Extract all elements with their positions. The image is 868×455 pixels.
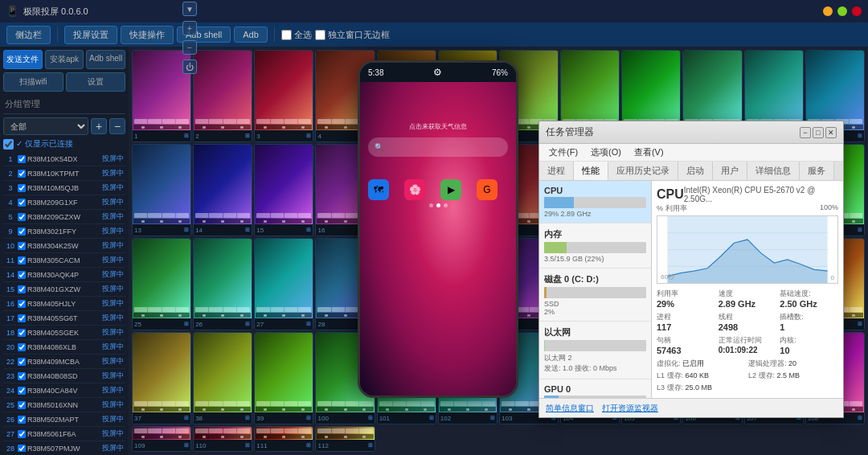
device-list-item[interactable]: 9 R38M3021FFY 投屏中 — [3, 224, 125, 239]
device-list-item[interactable]: 11 R38M305CACM 投屏中 — [3, 253, 125, 268]
adb-button[interactable]: Adb — [234, 27, 268, 43]
app-icon-play[interactable]: ▶ — [440, 179, 461, 200]
sidebar-toggle-button[interactable]: 侧边栏 — [6, 26, 51, 44]
phone-grid-cell[interactable]: 112 ⊞ — [315, 426, 375, 452]
phone-screen[interactable]: 点击来获取天气信息 🔍 🗺 🌸 ▶ G — [360, 82, 516, 396]
tm-tab-performance[interactable]: 性能 — [574, 162, 608, 180]
app-icon-red[interactable]: 🌸 — [404, 179, 425, 200]
device-checkbox[interactable] — [18, 358, 26, 366]
device-checkbox[interactable] — [18, 256, 26, 264]
device-checkbox[interactable] — [18, 271, 26, 279]
device-list-item[interactable]: 4 R38M209G1XF 投屏中 — [3, 195, 125, 210]
phone-grid-cell[interactable]: 38 ⊞ — [193, 332, 252, 424]
tm-tab-services[interactable]: 服务 — [800, 162, 834, 180]
phone-grid-cell[interactable]: 37 ⊞ — [132, 332, 191, 424]
phone-grid-cell[interactable]: 13 ⊞ — [132, 144, 191, 236]
tm-resource-memory[interactable]: 内存 3.5/15.9 GB (22%) — [539, 223, 651, 268]
phone-grid-cell[interactable]: 111 ⊞ — [254, 426, 313, 452]
phone-grid-cell[interactable]: 110 ⊞ — [193, 426, 252, 452]
phone-grid-cell[interactable]: 14 ⊞ — [193, 144, 252, 236]
tm-file-menu[interactable]: 文件(F) — [544, 145, 583, 160]
tm-resource-gpu[interactable]: GPU 0 NVIDIA GeForce...14% (58 °C) — [539, 379, 651, 398]
tm-close-button[interactable]: ✕ — [825, 127, 837, 138]
tm-minimize-button[interactable]: − — [800, 127, 811, 138]
tm-simple-info-link[interactable]: 简单信息窗口 — [546, 403, 594, 414]
phone-grid-cell[interactable]: 2 ⊞ — [193, 50, 252, 142]
close-button[interactable] — [852, 6, 862, 16]
select-all-checkbox[interactable]: 全选 — [281, 29, 312, 41]
device-list-item[interactable]: 23 R38M40B08SD 投屏中 — [3, 369, 125, 383]
settings-button[interactable]: 设置 — [66, 72, 126, 92]
minimize-button[interactable] — [823, 6, 833, 16]
device-checkbox[interactable] — [18, 445, 26, 453]
phone-modal[interactable]: ✕ 5:38 ⚙ 76% 点击来获取天气信息 🔍 🗺 — [358, 60, 518, 398]
phone-ctrl-vol-down[interactable]: − — [182, 40, 197, 55]
device-checkbox[interactable] — [18, 401, 26, 409]
phone-searchbar[interactable]: 🔍 — [368, 137, 508, 157]
device-checkbox[interactable] — [18, 228, 26, 236]
tm-resource-cpu[interactable]: CPU 29% 2.89 GHz — [539, 181, 651, 223]
device-checkbox[interactable] — [18, 213, 26, 221]
quick-action-button[interactable]: 快捷操作 — [121, 26, 174, 44]
device-checkbox[interactable] — [18, 155, 26, 163]
device-list-item[interactable]: 1 R38M10K54DX 投屏中 — [3, 152, 125, 166]
device-checkbox[interactable] — [18, 184, 26, 192]
phone-weather-widget[interactable]: 点击来获取天气信息 — [368, 122, 508, 131]
add-group-button[interactable]: + — [91, 118, 107, 134]
device-list-item[interactable]: 10 R38M304K25W 投屏中 — [3, 239, 125, 253]
device-list-item[interactable]: 27 R38M5061F6A 投屏中 — [3, 427, 125, 441]
tm-tab-process[interactable]: 进程 — [539, 162, 574, 180]
tm-options-menu[interactable]: 选项(O) — [586, 145, 626, 160]
device-list-item[interactable]: 3 R38M10M5QJB 投屏中 — [3, 181, 125, 195]
device-list-item[interactable]: 25 R38M5016XNN 投屏中 — [3, 398, 125, 412]
tm-tab-startup[interactable]: 启动 — [678, 162, 713, 180]
device-list-item[interactable]: 5 R38M209GZXW 投屏中 — [3, 210, 125, 224]
tm-resource-ethernet[interactable]: 以太网 以太网 2发送: 1.0 接收: 0 Mbps — [539, 322, 651, 379]
app-icon-google[interactable]: G — [477, 179, 497, 200]
device-checkbox[interactable] — [18, 416, 26, 424]
device-checkbox[interactable] — [18, 314, 26, 322]
phone-grid-cell[interactable]: 15 ⊞ — [254, 144, 313, 236]
device-list-item[interactable]: 17 R38M405SG6T 投屏中 — [3, 311, 125, 326]
device-checkbox[interactable] — [18, 170, 26, 178]
device-checkbox[interactable] — [18, 285, 26, 293]
device-checkbox[interactable] — [18, 372, 26, 380]
device-list-item[interactable]: 26 R38M502MAPT 投屏中 — [3, 412, 125, 427]
phone-grid-cell[interactable]: 109 ⊞ — [132, 426, 191, 452]
device-list-item[interactable]: 16 R38M405HJLY 投屏中 — [3, 297, 125, 311]
phone-grid-cell[interactable]: 39 ⊞ — [254, 332, 313, 424]
phone-grid-cell[interactable]: 25 ⊞ — [132, 238, 191, 330]
tm-maximize-button[interactable]: □ — [813, 127, 824, 138]
phone-ctrl-power[interactable]: ⏻ — [182, 59, 197, 74]
device-list-item[interactable]: 22 R38M409MCBA 投屏中 — [3, 355, 125, 369]
device-checkbox[interactable] — [18, 387, 26, 395]
tm-resource-disk[interactable]: 磁盘 0 (C: D:) SSD2% — [539, 268, 651, 322]
borderless-checkbox[interactable]: 独立窗口无边框 — [315, 29, 390, 41]
tm-view-menu[interactable]: 查看(V) — [629, 145, 669, 160]
device-list-item[interactable]: 14 R38M30AQK4P 投屏中 — [3, 268, 125, 282]
device-list-item[interactable]: 24 R38M40CA84V 投屏中 — [3, 383, 125, 398]
device-checkbox[interactable] — [18, 242, 26, 250]
maximize-button[interactable] — [837, 6, 847, 16]
tm-resource-monitor-link[interactable]: 打开资源监视器 — [602, 403, 658, 414]
device-list-item[interactable]: 2 R38M10KTPMT 投屏中 — [3, 166, 125, 181]
device-checkbox[interactable] — [18, 430, 26, 438]
remove-group-button[interactable]: − — [109, 118, 125, 134]
device-list-item[interactable]: 28 R38M507PMJW 投屏中 — [3, 441, 125, 452]
screen-settings-button[interactable]: 投屏设置 — [64, 26, 117, 44]
device-list-item[interactable]: 20 R38M4086XLB 投屏中 — [3, 340, 125, 355]
scan-wifi-button[interactable]: 扫描wifi — [3, 72, 63, 92]
phone-ctrl-down[interactable]: ▼ — [182, 2, 197, 16]
device-list-item[interactable]: 15 R38M401GXZW 投屏中 — [3, 282, 125, 297]
send-file-button[interactable]: 发送文件 — [3, 50, 43, 69]
phone-grid-cell[interactable]: 26 ⊞ — [193, 238, 252, 330]
device-checkbox[interactable] — [18, 329, 26, 337]
install-apk-button[interactable]: 安装apk — [45, 50, 84, 69]
device-list-item[interactable]: 18 R38M405SGEK 投屏中 — [3, 326, 125, 340]
phone-grid-cell[interactable]: 3 ⊞ — [254, 50, 313, 142]
device-checkbox[interactable] — [18, 343, 26, 351]
sidebar-adb-shell-button[interactable]: Adb shell — [86, 50, 125, 69]
tm-tab-users[interactable]: 用户 — [713, 162, 747, 180]
group-filter-select[interactable]: 全部 — [3, 117, 88, 135]
device-checkbox[interactable] — [18, 300, 26, 308]
